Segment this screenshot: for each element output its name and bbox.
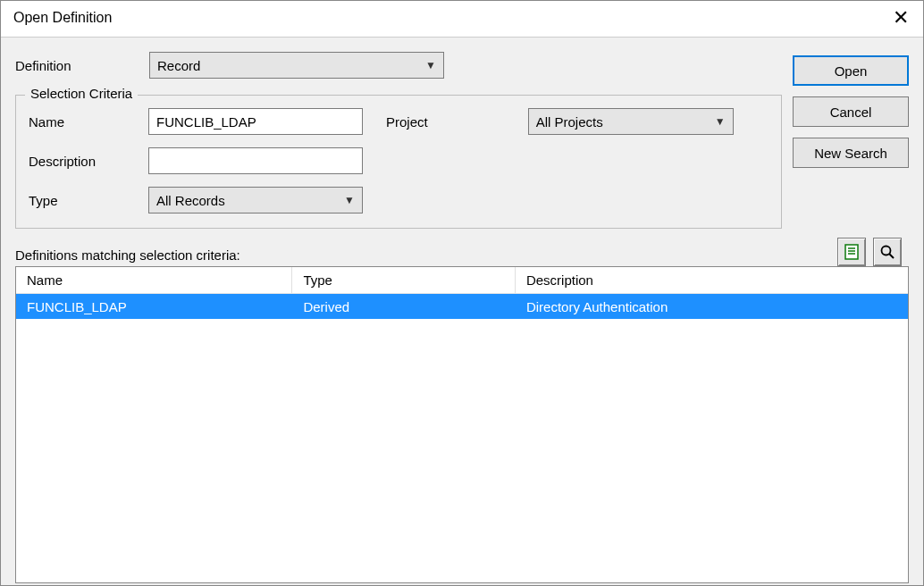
table-row[interactable]: FUNCLIB_LDAP Derived Directory Authentic… [16, 294, 908, 319]
description-row: Description [29, 147, 769, 174]
cell-name: FUNCLIB_LDAP [16, 294, 292, 319]
search-view-button[interactable] [873, 238, 902, 266]
project-label: Project [386, 114, 428, 130]
list-header-row: Definitions matching selection criteria: [15, 238, 909, 266]
type-row: Type All Records ▼ [29, 187, 769, 213]
results-listview[interactable]: Name Type Description FUNCLIB_LDAP Deriv… [15, 266, 909, 583]
description-input[interactable] [148, 147, 363, 174]
type-select[interactable]: All Records ▼ [148, 187, 363, 213]
name-row: Name Project All Projects ▼ [29, 108, 769, 135]
chevron-down-icon: ▼ [425, 59, 436, 71]
cancel-button[interactable]: Cancel [793, 96, 909, 127]
selection-criteria-group: Selection Criteria Name Project All Proj… [15, 95, 782, 229]
cell-description: Directory Authentication [516, 294, 908, 319]
column-header-type[interactable]: Type [292, 267, 516, 293]
project-select[interactable]: All Projects ▼ [528, 108, 734, 135]
list-icon [844, 244, 860, 260]
open-definition-dialog: Open Definition ✕ Definition Record ▼ Se… [0, 0, 924, 586]
open-button[interactable]: Open [793, 55, 909, 86]
close-icon[interactable]: ✕ [889, 8, 912, 28]
svg-line-5 [889, 254, 894, 258]
column-header-description[interactable]: Description [516, 267, 908, 293]
column-header-name[interactable]: Name [16, 267, 292, 293]
dialog-content: Definition Record ▼ Selection Criteria N… [1, 38, 923, 585]
chevron-down-icon: ▼ [344, 194, 355, 206]
list-view-button[interactable] [837, 238, 866, 266]
search-icon [879, 244, 895, 260]
name-input[interactable] [148, 108, 363, 135]
definition-value: Record [157, 58, 200, 73]
type-label: Type [29, 193, 148, 208]
cell-type: Derived [292, 294, 516, 319]
new-search-button[interactable]: New Search [793, 138, 909, 168]
selection-criteria-legend: Selection Criteria [25, 86, 138, 101]
definition-select[interactable]: Record ▼ [149, 52, 444, 79]
type-value: All Records [156, 193, 225, 208]
dialog-title: Open Definition [13, 10, 112, 26]
list-label: Definitions matching selection criteria: [15, 247, 240, 263]
chevron-down-icon: ▼ [715, 115, 726, 128]
name-label: Name [29, 114, 148, 130]
listview-header[interactable]: Name Type Description [16, 267, 908, 294]
top-area: Definition Record ▼ Selection Criteria N… [15, 52, 909, 236]
left-column: Definition Record ▼ Selection Criteria N… [15, 52, 782, 236]
project-value: All Projects [536, 114, 603, 130]
list-area: Definitions matching selection criteria: [15, 238, 909, 585]
icon-buttons [837, 238, 902, 266]
definition-row: Definition Record ▼ [15, 52, 782, 79]
description-label: Description [29, 154, 148, 169]
svg-rect-0 [845, 245, 858, 259]
right-column: Open Cancel New Search [793, 52, 909, 236]
definition-label: Definition [15, 58, 149, 73]
titlebar: Open Definition ✕ [1, 1, 923, 38]
